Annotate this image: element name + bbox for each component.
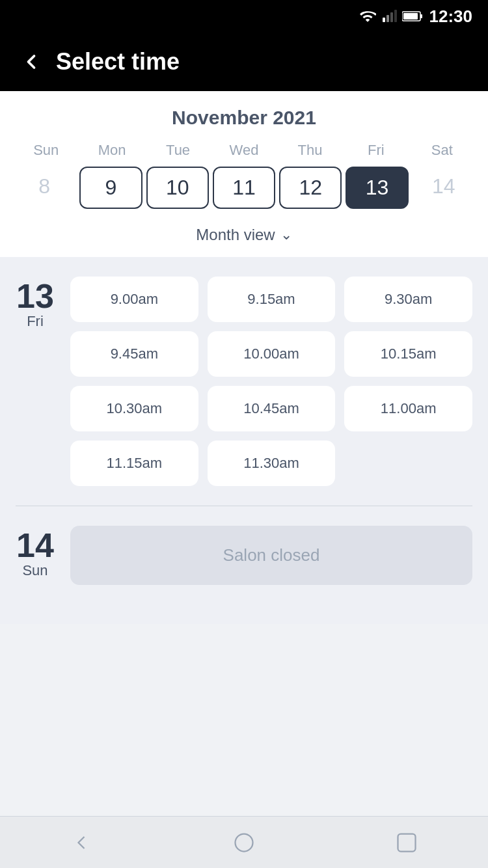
month-view-row: Month view ⌄ [13, 221, 475, 247]
day-14-section: 14 Sun Salon closed [16, 526, 472, 604]
svg-rect-5 [420, 14, 422, 18]
svg-point-7 [236, 834, 253, 851]
weekday-row: Sun Mon Tue Wed Thu Fri Sat [13, 142, 475, 159]
slot-930am[interactable]: 9.30am [344, 277, 472, 322]
status-bar: 12:30 [0, 0, 488, 33]
slot-900am[interactable]: 9.00am [70, 277, 198, 322]
day-14[interactable]: 14 [413, 167, 475, 209]
day-10[interactable]: 10 [146, 167, 209, 209]
svg-rect-3 [394, 10, 397, 22]
nav-home-icon [232, 831, 256, 854]
month-label: November 2021 [13, 107, 475, 129]
status-icons [359, 8, 423, 25]
nav-back-icon [70, 831, 93, 854]
slot-1015am[interactable]: 10.15am [344, 331, 472, 377]
weekday-tue: Tue [145, 142, 211, 159]
status-time: 12:30 [429, 7, 473, 27]
signal-icon [381, 8, 397, 24]
slot-1130am[interactable]: 11.30am [208, 441, 336, 486]
day-11[interactable]: 11 [213, 167, 275, 209]
day-14-name: Sun [22, 562, 47, 579]
nav-recent-button[interactable] [395, 831, 418, 854]
svg-rect-8 [398, 834, 416, 851]
svg-rect-6 [403, 13, 418, 20]
svg-rect-1 [386, 15, 389, 22]
day-13[interactable]: 13 [346, 167, 408, 209]
day-12[interactable]: 12 [279, 167, 342, 209]
weekday-wed: Wed [211, 142, 277, 159]
slot-1045am[interactable]: 10.45am [208, 386, 336, 431]
weekday-thu: Thu [277, 142, 343, 159]
nav-recent-icon [395, 831, 418, 854]
wifi-icon [359, 8, 376, 25]
svg-rect-2 [390, 12, 393, 22]
slot-1100am[interactable]: 11.00am [344, 386, 472, 431]
weekday-sun: Sun [13, 142, 79, 159]
day-13-label: 13 Fri [16, 277, 55, 486]
section-divider [16, 506, 472, 506]
nav-home-button[interactable] [232, 831, 256, 854]
page-title: Select time [56, 48, 180, 75]
slot-1030am[interactable]: 10.30am [70, 386, 198, 431]
header: Select time [0, 33, 488, 91]
day-13-number: 13 [16, 279, 54, 313]
day-14-label: 14 Sun [16, 526, 55, 585]
day-8[interactable]: 8 [13, 167, 75, 209]
day-13-name: Fri [27, 313, 44, 330]
day-13-slots-grid: 9.00am 9.15am 9.30am 9.45am 10.00am 10.1… [70, 277, 472, 486]
timeslots-section: 13 Fri 9.00am 9.15am 9.30am 9.45am 10.00… [0, 257, 488, 624]
battery-icon [402, 10, 423, 22]
slot-945am[interactable]: 9.45am [70, 331, 198, 377]
weekday-sat: Sat [409, 142, 475, 159]
days-row: 8 9 10 11 12 13 14 [13, 167, 475, 209]
weekday-mon: Mon [79, 142, 144, 159]
chevron-down-icon: ⌄ [280, 226, 292, 243]
slot-1000am[interactable]: 10.00am [208, 331, 336, 377]
month-view-button[interactable]: Month view ⌄ [196, 226, 291, 244]
day-13-section: 13 Fri 9.00am 9.15am 9.30am 9.45am 10.00… [16, 277, 472, 486]
salon-closed-label: Salon closed [223, 545, 320, 565]
slot-1115am[interactable]: 11.15am [70, 441, 198, 486]
back-button[interactable] [20, 50, 43, 74]
calendar-section: November 2021 Sun Mon Tue Wed Thu Fri Sa… [0, 91, 488, 257]
month-view-label: Month view [196, 226, 275, 244]
bottom-nav [0, 816, 488, 868]
svg-rect-0 [383, 18, 385, 22]
slot-915am[interactable]: 9.15am [208, 277, 336, 322]
salon-closed-box: Salon closed [70, 526, 472, 585]
day-9[interactable]: 9 [79, 167, 142, 209]
nav-back-button[interactable] [70, 831, 93, 854]
day-14-number: 14 [16, 528, 54, 562]
back-arrow-icon [20, 50, 43, 74]
weekday-fri: Fri [343, 142, 409, 159]
